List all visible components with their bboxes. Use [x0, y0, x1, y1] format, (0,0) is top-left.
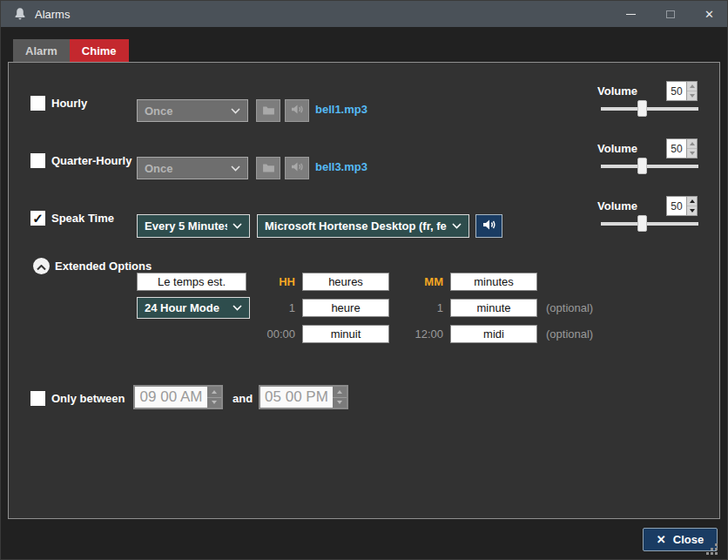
- only-between-label: Only between: [51, 392, 125, 405]
- quarter-volume-value[interactable]: [667, 139, 686, 158]
- speak-time-checkbox[interactable]: [30, 211, 45, 226]
- and-label: and: [233, 392, 253, 405]
- hourly-volume-label: Volume: [597, 84, 637, 98]
- triangle-up-icon: [690, 142, 695, 145]
- time-up-button[interactable]: [333, 387, 347, 397]
- spin-up-button[interactable]: [687, 139, 697, 148]
- hours-word-input[interactable]: [302, 273, 389, 291]
- speaker-icon: [291, 160, 304, 176]
- time-down-button[interactable]: [333, 397, 347, 408]
- triangle-down-icon: [337, 401, 342, 404]
- triangle-down-icon: [690, 209, 695, 213]
- voice-dropdown[interactable]: Microsoft Hortense Desktop (fr, female): [257, 214, 469, 238]
- speak-volume-value[interactable]: [667, 197, 686, 215]
- chevron-down-icon: [452, 223, 462, 229]
- slider-thumb[interactable]: [637, 158, 647, 174]
- one-minute-example-label: 1: [392, 301, 443, 314]
- midnight-time-label: 00:00: [244, 327, 295, 341]
- spin-down-button[interactable]: [687, 148, 697, 158]
- start-time-value[interactable]: 09 00 AM: [135, 387, 207, 408]
- window-controls: ✕: [611, 1, 728, 27]
- quarter-browse-button[interactable]: [256, 157, 280, 179]
- hourly-checkbox[interactable]: [30, 96, 45, 111]
- bell-icon: [12, 7, 27, 22]
- slider-track: [601, 165, 698, 168]
- chevron-down-icon: [233, 305, 242, 311]
- hourly-file-link[interactable]: bell1.mp3: [315, 103, 367, 116]
- hourly-frequency-dropdown[interactable]: Once: [137, 99, 248, 122]
- speak-volume-spinner[interactable]: [666, 196, 698, 216]
- only-between-checkbox[interactable]: [30, 391, 45, 406]
- hourly-label: Hourly: [51, 97, 87, 110]
- hour-singular-input[interactable]: [302, 299, 389, 317]
- end-time-picker[interactable]: 05 00 PM: [259, 385, 348, 409]
- quarter-volume-slider[interactable]: [601, 158, 698, 175]
- triangle-up-icon: [690, 199, 695, 203]
- quarter-frequency-dropdown[interactable]: Once: [137, 157, 248, 179]
- start-time-picker[interactable]: 09 00 AM: [133, 385, 223, 409]
- minute-singular-input[interactable]: [450, 299, 537, 317]
- speak-frequency-dropdown[interactable]: Every 5 Minutes: [137, 214, 250, 238]
- noon-time-label: 12:00: [392, 327, 443, 341]
- tab-chime[interactable]: Chime: [70, 39, 129, 62]
- speak-time-label: Speak Time: [51, 212, 114, 225]
- close-button[interactable]: ✕ Close: [643, 528, 718, 551]
- hourly-volume-spinner[interactable]: [666, 81, 698, 101]
- slider-thumb[interactable]: [637, 215, 647, 232]
- chevron-down-icon: [233, 223, 242, 229]
- close-window-button[interactable]: ✕: [690, 1, 728, 27]
- spin-up-button[interactable]: [687, 197, 697, 206]
- minutes-word-input[interactable]: [450, 273, 537, 291]
- spin-down-button[interactable]: [687, 91, 697, 100]
- close-x-icon: ✕: [657, 533, 666, 546]
- hourly-volume-value[interactable]: [667, 82, 686, 100]
- folder-icon: [262, 103, 275, 118]
- spin-down-button[interactable]: [687, 206, 697, 215]
- hh-label: HH: [244, 275, 295, 288]
- chevron-down-icon: [231, 165, 240, 172]
- close-button-label: Close: [673, 533, 704, 546]
- phrase-input[interactable]: [137, 273, 246, 291]
- quarter-volume-spinner[interactable]: [666, 138, 698, 159]
- extended-options-toggle[interactable]: [33, 258, 50, 274]
- chevron-down-icon: [231, 108, 240, 114]
- alarms-window: Alarms ✕ Alarm Chime Hourly Once bell1.m…: [0, 0, 728, 560]
- maximize-button[interactable]: [650, 1, 690, 27]
- end-time-value[interactable]: 05 00 PM: [260, 387, 333, 408]
- hourly-browse-button[interactable]: [256, 99, 280, 122]
- extended-options-label: Extended Options: [55, 260, 152, 273]
- optional-label: (optional): [546, 327, 593, 341]
- slider-thumb[interactable]: [637, 100, 647, 117]
- speaker-icon: [291, 103, 304, 118]
- speak-volume-slider[interactable]: [601, 215, 698, 233]
- tab-alarm[interactable]: Alarm: [13, 39, 70, 62]
- triangle-down-icon: [690, 152, 695, 155]
- slider-track: [601, 107, 698, 111]
- time-down-button[interactable]: [207, 397, 221, 408]
- quarter-file-link[interactable]: bell3.mp3: [315, 160, 367, 173]
- hourly-preview-button[interactable]: [285, 99, 309, 122]
- speak-preview-button[interactable]: [475, 214, 502, 238]
- speaker-icon: [482, 219, 496, 234]
- noon-word-input[interactable]: [450, 325, 537, 343]
- resize-grip[interactable]: [715, 543, 718, 546]
- quarter-preview-button[interactable]: [285, 157, 309, 179]
- chevron-up-icon: [37, 259, 46, 274]
- optional-label: (optional): [546, 301, 593, 314]
- quarter-volume-label: Volume: [597, 142, 637, 155]
- hour-mode-dropdown[interactable]: 24 Hour Mode: [137, 297, 250, 319]
- quarter-hourly-checkbox[interactable]: [30, 153, 45, 168]
- time-up-button[interactable]: [207, 387, 221, 397]
- folder-icon: [262, 160, 275, 176]
- one-hour-example-label: 1: [244, 301, 295, 314]
- minimize-button[interactable]: [611, 1, 650, 27]
- hourly-volume-slider[interactable]: [601, 100, 698, 118]
- minimize-icon: [626, 14, 636, 15]
- speak-volume-label: Volume: [597, 199, 637, 213]
- spin-up-button[interactable]: [687, 82, 697, 91]
- tab-strip: Alarm Chime: [13, 39, 129, 62]
- triangle-up-icon: [337, 390, 342, 394]
- triangle-up-icon: [690, 84, 695, 88]
- titlebar[interactable]: Alarms ✕: [1, 1, 728, 27]
- midnight-word-input[interactable]: [302, 325, 389, 343]
